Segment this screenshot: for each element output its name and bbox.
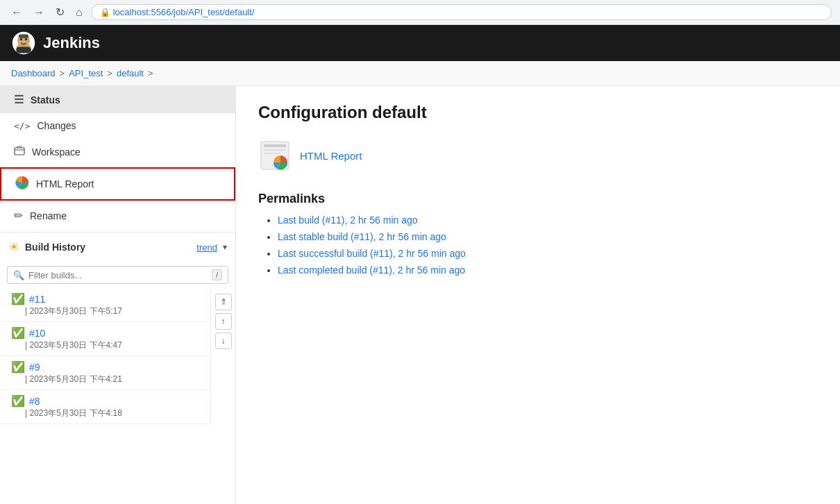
build-list-area: ✅ #11 | 2023年5月30日 下午5:17 ✅ #10 | 2023年5…: [0, 288, 235, 424]
build-number: ✅ #9: [11, 360, 199, 373]
sidebar-item-workspace[interactable]: Workspace: [0, 138, 235, 166]
permalink-link[interactable]: Last successful build (#11), 2 hr 56 min…: [278, 248, 466, 259]
svg-rect-10: [264, 144, 286, 147]
sidebar-item-html-report[interactable]: HTML Report: [0, 167, 235, 201]
sidebar-label-html-report: HTML Report: [36, 178, 94, 190]
svg-rect-12: [264, 153, 280, 154]
build-number: ✅ #8: [11, 394, 199, 408]
sidebar-label-rename: Rename: [30, 210, 67, 221]
build-list: ✅ #11 | 2023年5月30日 下午5:17 ✅ #10 | 2023年5…: [0, 288, 210, 424]
build-history-section: ☀ Build History trend ▾: [0, 232, 235, 262]
build-number: ✅ #11: [11, 292, 199, 305]
jenkins-logo: [11, 31, 36, 56]
permalink-item: Last completed build (#11), 2 hr 56 min …: [278, 264, 818, 276]
permalink-item: Last successful build (#11), 2 hr 56 min…: [278, 248, 818, 259]
build-item[interactable]: ✅ #8 | 2023年5月30日 下午4:18: [0, 390, 210, 424]
sidebar-item-changes[interactable]: </> Changes: [0, 113, 235, 138]
build-link[interactable]: #8: [29, 396, 40, 407]
build-number: ✅ #10: [11, 326, 199, 339]
back-button[interactable]: ←: [8, 5, 25, 20]
rename-icon: ✏: [14, 209, 23, 222]
filter-builds-input[interactable]: [28, 270, 208, 280]
search-icon: 🔍: [13, 270, 24, 280]
svg-rect-7: [15, 148, 24, 155]
header: Jenkins: [0, 25, 840, 61]
scroll-down-button[interactable]: ↓: [215, 333, 232, 349]
html-report-sidebar-icon: [15, 176, 29, 192]
html-report-link[interactable]: HTML Report: [300, 150, 362, 162]
html-report-section: HTML Report: [258, 139, 818, 172]
trend-link[interactable]: trend: [196, 242, 217, 253]
slash-badge: /: [212, 269, 222, 280]
breadcrumb-sep-2: >: [107, 68, 112, 78]
breadcrumb-api-test[interactable]: API_test: [69, 68, 103, 78]
build-date: | 2023年5月30日 下午4:21: [11, 373, 199, 385]
build-link[interactable]: #11: [29, 294, 45, 305]
build-date: | 2023年5月30日 下午4:47: [11, 339, 199, 351]
scroll-top-icon: ⇑: [220, 297, 227, 307]
browser-bar: ← → ↻ ⌂ 🔒 localhost:5566/job/API_test/de…: [0, 0, 840, 25]
build-date: | 2023年5月30日 下午4:18: [11, 408, 199, 419]
content-area: Configuration default HTML Report Per: [236, 86, 840, 504]
build-link[interactable]: #9: [29, 362, 40, 373]
sidebar-label-workspace: Workspace: [32, 146, 81, 158]
breadcrumb-default[interactable]: default: [117, 68, 144, 78]
svg-rect-11: [264, 149, 286, 151]
url-bar: 🔒 localhost:5566/job/API_test/default/: [91, 4, 832, 20]
chevron-down-icon: ▾: [223, 242, 227, 252]
home-button[interactable]: ⌂: [73, 5, 85, 20]
build-item[interactable]: ✅ #9 | 2023年5月30日 下午4:21: [0, 356, 210, 390]
svg-rect-6: [19, 34, 28, 37]
success-icon: ✅: [11, 292, 25, 305]
changes-icon: </>: [14, 121, 30, 131]
sidebar: ☰ Status </> Changes Workspace: [0, 86, 236, 504]
build-item[interactable]: ✅ #10 | 2023年5月30日 下午4:47: [0, 322, 210, 356]
scroll-to-top-button[interactable]: ⇑: [215, 294, 232, 310]
filter-builds-container: 🔍 /: [7, 266, 228, 284]
url-text: localhost:5566/job/API_test/default/: [113, 7, 255, 17]
breadcrumb-sep-1: >: [60, 68, 65, 78]
sidebar-label-status: Status: [31, 94, 60, 106]
forward-button[interactable]: →: [31, 5, 47, 20]
scroll-up-icon: ↑: [221, 317, 226, 326]
refresh-button[interactable]: ↻: [53, 4, 67, 20]
report-icon-container: [258, 139, 292, 172]
workspace-icon: [14, 145, 25, 159]
permalinks-title: Permalinks: [258, 192, 818, 206]
success-icon: ✅: [11, 394, 25, 408]
main-layout: ☰ Status </> Changes Workspace: [0, 86, 840, 504]
header-title: Jenkins: [43, 34, 100, 52]
permalink-link[interactable]: Last completed build (#11), 2 hr 56 min …: [278, 264, 465, 276]
scroll-buttons: ⇑ ↑ ↓: [210, 288, 235, 424]
sidebar-item-status[interactable]: ☰ Status: [0, 86, 235, 113]
lock-icon: 🔒: [100, 8, 110, 17]
scroll-down-icon: ↓: [221, 336, 226, 346]
permalink-link[interactable]: Last build (#11), 2 hr 56 min ago: [278, 215, 418, 226]
permalink-item: Last build (#11), 2 hr 56 min ago: [278, 215, 818, 226]
breadcrumb-dashboard[interactable]: Dashboard: [11, 68, 56, 78]
sun-icon: ☀: [8, 240, 19, 255]
build-item[interactable]: ✅ #11 | 2023年5月30日 下午5:17: [0, 288, 210, 322]
build-history-title: Build History: [25, 242, 191, 253]
svg-point-3: [20, 38, 23, 41]
build-link[interactable]: #10: [29, 328, 45, 339]
permalink-item: Last stable build (#11), 2 hr 56 min ago: [278, 231, 818, 242]
breadcrumb: Dashboard > API_test > default >: [0, 61, 840, 86]
breadcrumb-sep-3: >: [148, 68, 153, 78]
permalink-list: Last build (#11), 2 hr 56 min agoLast st…: [258, 215, 818, 276]
success-icon: ✅: [11, 360, 25, 373]
success-icon: ✅: [11, 326, 25, 339]
scroll-up-button[interactable]: ↑: [215, 313, 232, 330]
build-date: | 2023年5月30日 下午5:17: [11, 305, 199, 317]
sidebar-item-rename[interactable]: ✏ Rename: [0, 202, 235, 229]
svg-point-4: [25, 38, 28, 41]
status-icon: ☰: [14, 93, 24, 106]
sidebar-label-changes: Changes: [37, 120, 76, 131]
permalink-link[interactable]: Last stable build (#11), 2 hr 56 min ago: [278, 231, 446, 242]
svg-rect-5: [16, 47, 31, 53]
page-title: Configuration default: [258, 103, 818, 122]
